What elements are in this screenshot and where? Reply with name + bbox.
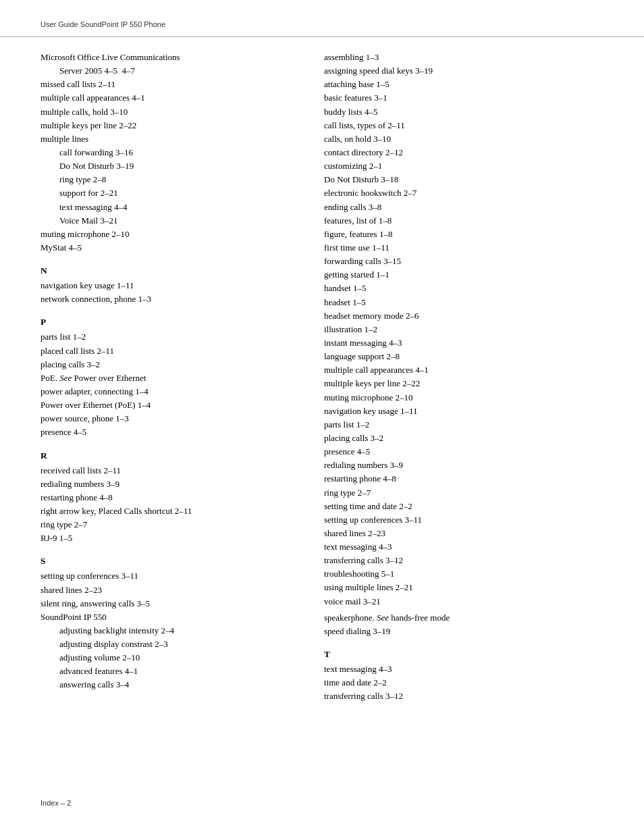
list-item: missed call lists 2–11 bbox=[41, 78, 297, 91]
list-item: restarting phone 4–8 bbox=[41, 491, 297, 504]
list-item: instant messaging 4–3 bbox=[324, 336, 581, 350]
see-label: See bbox=[377, 613, 389, 623]
list-item: power source, phone 1–3 bbox=[41, 412, 297, 425]
list-item: headset 1–5 bbox=[324, 296, 581, 309]
list-item: adjusting volume 2–10 bbox=[41, 651, 297, 664]
list-item: PoE. See Power over Ethernet bbox=[41, 371, 297, 385]
list-item: ring type 2–7 bbox=[41, 518, 297, 531]
section-header-p: P bbox=[41, 317, 297, 328]
list-item: shared lines 2–23 bbox=[41, 583, 297, 597]
list-item: presence 4–5 bbox=[324, 445, 581, 459]
list-item: navigation key usage 1–11 bbox=[41, 279, 297, 292]
list-item: parts list 1–2 bbox=[41, 330, 297, 344]
list-item: ring type 2–7 bbox=[324, 486, 581, 500]
list-item: network connection, phone 1–3 bbox=[41, 292, 297, 306]
list-item: time and date 2–2 bbox=[324, 676, 581, 689]
list-item: muting microphone 2–10 bbox=[324, 391, 581, 405]
list-item: call lists, types of 2–11 bbox=[324, 119, 581, 132]
list-item: Power over Ethernet (PoE) 1–4 bbox=[41, 398, 297, 412]
list-item: contact directory 2–12 bbox=[324, 146, 581, 159]
list-item: placing calls 3–2 bbox=[41, 358, 297, 371]
list-item: speed dialing 3–19 bbox=[324, 625, 581, 638]
list-item: call forwarding 3–16 bbox=[41, 146, 297, 159]
list-item: text messaging 4–3 bbox=[324, 662, 581, 676]
list-item: multiple call appearances 4–1 bbox=[324, 363, 581, 377]
section-header-r: R bbox=[41, 450, 297, 461]
list-item: text messaging 4–3 bbox=[324, 540, 581, 554]
page-header: User Guide SoundPoint IP 550 Phone bbox=[0, 0, 644, 37]
list-item: MyStat 4–5 bbox=[41, 241, 297, 255]
list-item: forwarding calls 3–15 bbox=[324, 255, 581, 268]
list-item: electronic hookswitch 2–7 bbox=[324, 186, 581, 200]
list-item: RJ-9 1–5 bbox=[41, 531, 297, 545]
list-item: multiple call appearances 4–1 bbox=[41, 91, 297, 105]
list-item: answering calls 3–4 bbox=[41, 678, 297, 692]
list-item: ring type 2–8 bbox=[41, 173, 297, 186]
list-item: shared lines 2–23 bbox=[324, 527, 581, 540]
list-item: calls, on hold 3–10 bbox=[324, 132, 581, 146]
list-item: redialing numbers 3–9 bbox=[41, 477, 297, 491]
list-item: handset 1–5 bbox=[324, 282, 581, 295]
list-item: Server 2005 4–5 4–7 bbox=[41, 64, 297, 78]
list-item: ending calls 3–8 bbox=[324, 201, 581, 214]
list-item: language support 2–8 bbox=[324, 350, 581, 363]
list-item: troubleshooting 5–1 bbox=[324, 567, 581, 581]
list-item: speakerphone. See hands-free mode bbox=[324, 611, 581, 625]
list-item: attaching base 1–5 bbox=[324, 78, 581, 91]
list-item: power adapter, connecting 1–4 bbox=[41, 385, 297, 398]
list-item: setting up conferences 3–11 bbox=[324, 513, 581, 527]
list-item: parts list 1–2 bbox=[324, 418, 581, 432]
content-area: Microsoft Office Live Communications Ser… bbox=[0, 51, 644, 703]
list-item: figure, features 1–8 bbox=[324, 228, 581, 241]
list-item: adjusting display constrast 2–3 bbox=[41, 637, 297, 651]
list-item: SoundPoint IP 550 bbox=[41, 610, 297, 624]
list-item: multiple lines bbox=[41, 132, 297, 146]
list-item: restarting phone 4–8 bbox=[324, 472, 581, 486]
list-item: navigation key usage 1–11 bbox=[324, 405, 581, 418]
page: User Guide SoundPoint IP 550 Phone Micro… bbox=[0, 0, 644, 834]
list-item: basic features 3–1 bbox=[324, 91, 581, 105]
footer-label: Index – 2 bbox=[41, 799, 71, 807]
list-item: first time use 1–11 bbox=[324, 241, 581, 255]
list-item: assembling 1–3 bbox=[324, 51, 581, 64]
list-item: headset memory mode 2–6 bbox=[324, 309, 581, 323]
list-item: support for 2–21 bbox=[41, 186, 297, 200]
section-header-s: S bbox=[41, 556, 297, 567]
page-footer: Index – 2 bbox=[41, 799, 71, 807]
list-item: multiple keys per line 2–22 bbox=[41, 119, 297, 132]
list-item: voice mail 3–21 bbox=[324, 595, 581, 608]
list-item: getting started 1–1 bbox=[324, 268, 581, 282]
list-item: setting up conferences 3–11 bbox=[41, 569, 297, 583]
list-item: presence 4–5 bbox=[41, 425, 297, 439]
list-item: illustration 1–2 bbox=[324, 323, 581, 336]
list-item: text messaging 4–4 bbox=[41, 201, 297, 214]
list-item: buddy lists 4–5 bbox=[324, 105, 581, 119]
list-item: transferring calls 3–12 bbox=[324, 554, 581, 567]
list-item: using multiple lines 2–21 bbox=[324, 581, 581, 594]
section-header-t: T bbox=[324, 649, 581, 660]
list-item: multiple keys per line 2–22 bbox=[324, 377, 581, 390]
list-item: placing calls 3–2 bbox=[324, 432, 581, 445]
list-item: customizing 2–1 bbox=[324, 159, 581, 173]
list-item: received call lists 2–11 bbox=[41, 464, 297, 477]
list-item: assigning speed dial keys 3–19 bbox=[324, 64, 581, 78]
list-item: right arrow key, Placed Calls shortcut 2… bbox=[41, 504, 297, 518]
left-column: Microsoft Office Live Communications Ser… bbox=[41, 51, 297, 703]
header-title: User Guide SoundPoint IP 550 Phone bbox=[41, 20, 165, 28]
list-item: setting time and date 2–2 bbox=[324, 500, 581, 513]
list-item: multiple calls, hold 3–10 bbox=[41, 105, 297, 119]
list-item: Microsoft Office Live Communications bbox=[41, 51, 297, 64]
section-header-n: N bbox=[41, 265, 297, 276]
see-label: See bbox=[59, 373, 72, 383]
list-item: features, list of 1–8 bbox=[324, 214, 581, 228]
list-item: redialing numbers 3–9 bbox=[324, 459, 581, 472]
list-item: placed call lists 2–11 bbox=[41, 344, 297, 358]
list-item: Voice Mail 3–21 bbox=[41, 214, 297, 228]
list-item: adjusting backlight intensity 2–4 bbox=[41, 624, 297, 637]
list-item: Do Not Disturb 3–19 bbox=[41, 159, 297, 173]
list-item: advanced features 4–1 bbox=[41, 664, 297, 678]
list-item: Do Not Disturb 3–18 bbox=[324, 173, 581, 186]
list-item: silent ring, answering calls 3–5 bbox=[41, 597, 297, 610]
list-item: transferring calls 3–12 bbox=[324, 689, 581, 703]
right-column: assembling 1–3 assigning speed dial keys… bbox=[324, 51, 581, 703]
